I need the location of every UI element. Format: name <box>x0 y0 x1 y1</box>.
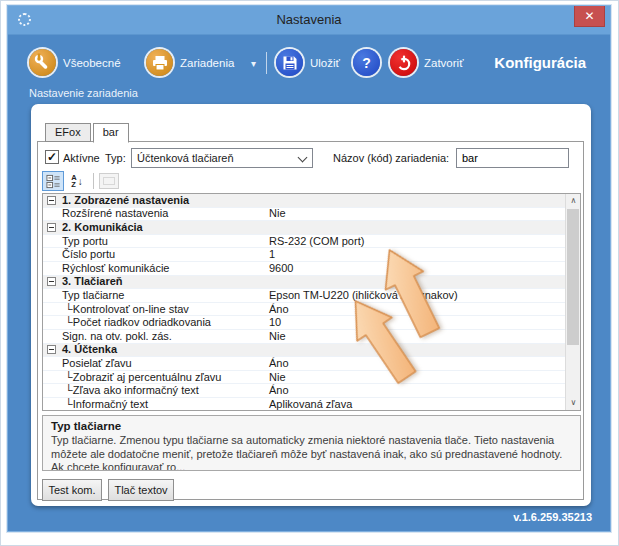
toolbar-label-close: Zatvoriť <box>424 57 463 69</box>
check-icon: ✓ <box>47 150 57 164</box>
pg-property-name: Informačný text <box>43 398 265 411</box>
pg-category-row[interactable]: 3. Tlačiareň <box>43 276 565 290</box>
pg-property-row[interactable]: Posielať zľavu Áno <box>43 357 565 371</box>
window-title: Nastavenia <box>8 12 610 27</box>
categorized-view-button[interactable] <box>42 171 64 191</box>
print-texts-button[interactable]: Tlač textov <box>108 479 174 501</box>
pg-property-name: Počet riadkov odriadkovania <box>43 316 265 329</box>
pg-property-name: Zľava ako informačný text <box>43 384 265 397</box>
active-label: Aktívne <box>63 152 100 164</box>
collapse-icon[interactable] <box>47 196 56 205</box>
pg-property-name: Sign. na otv. pokl. zás. <box>43 330 265 343</box>
pg-property-row[interactable]: Zľava ako informačný text Áno <box>43 384 565 398</box>
device-tabs: EFox bar <box>45 123 131 142</box>
section-subtitle: Nastavenie zariadenia <box>29 87 138 99</box>
device-type-value: Účtenková tlačiareň <box>137 152 234 164</box>
property-grid-rows: 1. Zobrazené nastavenia Rozšírené nastav… <box>43 194 565 411</box>
pg-toolbar-separator <box>93 173 94 189</box>
settings-window: Nastavenia ✕ Všeobecné <box>7 5 611 532</box>
pg-property-row[interactable]: Rýchlosť komunikácie 9600 <box>43 262 565 276</box>
pg-property-row[interactable]: Číslo portu 1 <box>43 248 565 262</box>
toolbar-button-close[interactable]: Zatvoriť <box>390 49 463 76</box>
power-icon <box>390 49 417 76</box>
chevron-down-icon <box>298 153 308 163</box>
property-description-box: Typ tlačiarne Typ tlačiarne. Zmenou typu… <box>42 415 581 471</box>
alphabetical-sort-button[interactable]: A Z ↓ <box>66 171 88 191</box>
toolbar-label-devices: Zariadenia <box>180 57 234 69</box>
pg-property-name: Zobraziť aj percentuálnu zľavu <box>43 371 265 384</box>
tab-bar[interactable]: bar <box>93 123 129 143</box>
help-icon: ? <box>353 49 380 76</box>
toolbar-button-devices[interactable]: Zariadenia <box>146 49 234 76</box>
pg-category-label: 3. Tlačiareň <box>62 275 123 288</box>
pg-property-row[interactable]: Sign. na otv. pokl. zás. Nie <box>43 330 565 344</box>
device-name-label: Názov (kód) zariadenia: <box>333 152 449 164</box>
property-grid: 1. Zobrazené nastavenia Rozšírené nastav… <box>42 193 581 411</box>
sort-z: Z <box>71 181 76 188</box>
sort-arrow: ↓ <box>78 176 83 187</box>
pg-category-label: 2. Komunikácia <box>62 221 143 234</box>
pg-property-value[interactable]: Aplikovaná zľava <box>265 398 565 411</box>
description-text: Typ tlačiarne. Zmenou typu tlačiarne sa … <box>51 434 572 471</box>
pg-property-row[interactable]: Typ portu RS-232 (COM port) <box>43 235 565 249</box>
pg-property-name: Číslo portu <box>43 248 265 261</box>
save-icon <box>276 49 303 76</box>
collapse-icon[interactable] <box>47 345 56 354</box>
pg-property-name: Rýchlosť komunikácie <box>43 262 265 275</box>
pg-property-row[interactable]: Typ tlačiarne Epson TM-U220 (ihličková /… <box>43 289 565 303</box>
property-pages-button <box>99 173 119 189</box>
scroll-down-icon[interactable]: ∨ <box>566 396 581 410</box>
toolbar-button-general[interactable]: Všeobecné <box>29 49 121 76</box>
pg-property-row[interactable]: Rozšírené nastavenia Nie <box>43 208 565 222</box>
brand-title: Konfigurácia <box>494 54 586 71</box>
question-mark: ? <box>362 55 371 71</box>
collapse-icon[interactable] <box>47 277 56 286</box>
pg-property-name: Kontrolovať on-line stav <box>43 303 265 316</box>
scrollbar-thumb[interactable] <box>567 209 579 345</box>
close-window-button[interactable]: ✕ <box>574 6 605 27</box>
pg-property-row[interactable]: Kontrolovať on-line stav Áno <box>43 303 565 317</box>
property-grid-toolbar: A Z ↓ <box>42 171 119 191</box>
version-label: v.1.6.259.35213 <box>513 511 592 523</box>
az-sort-icon: A Z ↓ <box>71 174 82 188</box>
toolbar-label-general: Všeobecné <box>63 57 121 69</box>
pg-category-label: 1. Zobrazené nastavenia <box>62 194 189 207</box>
title-bar[interactable]: Nastavenia ✕ <box>8 6 610 35</box>
tab-efox[interactable]: EFox <box>45 123 91 142</box>
type-label: Typ: <box>105 152 126 164</box>
pg-property-value[interactable]: Nie <box>265 207 565 220</box>
toolbar-button-save[interactable]: Uložiť <box>276 49 340 76</box>
devices-dropdown-caret-icon[interactable]: ▾ <box>251 58 256 69</box>
pg-property-name: Posielať zľavu <box>43 357 265 370</box>
toolbar-label-save: Uložiť <box>310 57 340 69</box>
toolbar-separator <box>266 52 267 74</box>
device-type-select[interactable]: Účtenková tlačiareň <box>131 148 313 168</box>
active-checkbox[interactable]: ✓ <box>45 150 59 164</box>
pg-property-value[interactable]: Áno <box>265 384 565 397</box>
close-icon: ✕ <box>584 9 594 23</box>
grid-scrollbar[interactable]: ∧ ∨ <box>565 194 580 410</box>
pg-property-name: Typ tlačiarne <box>43 289 265 302</box>
pg-category-row[interactable]: 4. Účtenka <box>43 344 565 358</box>
pg-property-row[interactable]: Zobraziť aj percentuálnu zľavu Nie <box>43 371 565 385</box>
scroll-up-icon[interactable]: ∧ <box>566 194 581 208</box>
wrench-icon <box>29 49 56 76</box>
property-pages-icon <box>103 177 115 185</box>
collapse-icon[interactable] <box>47 223 56 232</box>
pg-property-row[interactable]: Počet riadkov odriadkovania 10 <box>43 316 565 330</box>
pg-category-row[interactable]: 2. Komunikácia <box>43 221 565 235</box>
pg-category-label: 4. Účtenka <box>62 343 117 356</box>
description-title: Typ tlačiarne <box>51 420 572 432</box>
test-communication-button[interactable]: Test kom. <box>42 479 102 501</box>
pg-property-name: Typ portu <box>43 235 265 248</box>
tab-page: ✓ Aktívne Typ: Účtenková tlačiareň Názov… <box>37 141 584 500</box>
printer-icon <box>146 49 173 76</box>
pg-category-row[interactable]: 1. Zobrazené nastavenia <box>43 194 565 208</box>
toolbar-button-help[interactable]: ? <box>353 49 380 76</box>
device-name-input[interactable] <box>456 148 569 168</box>
pg-property-name: Rozšírené nastavenia <box>43 207 265 220</box>
content-panel: EFox bar ✓ Aktívne Typ: Účtenková tlačia… <box>31 104 591 506</box>
pg-property-row[interactable]: Informačný text Aplikovaná zľava <box>43 398 565 411</box>
